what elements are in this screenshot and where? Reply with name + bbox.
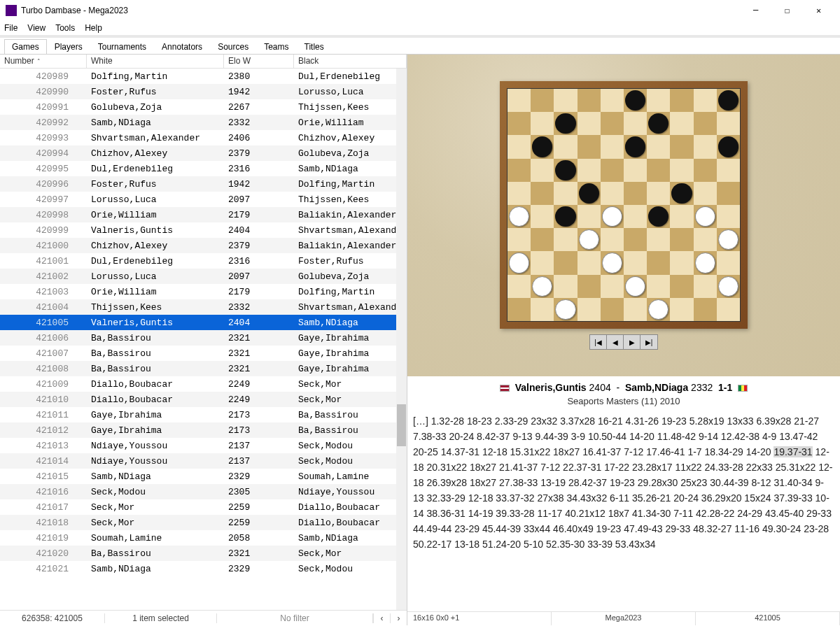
square[interactable] — [531, 135, 554, 158]
table-row[interactable]: 421008Ba,Bassirou2321Gaye,Ibrahima — [0, 361, 407, 376]
move[interactable]: 13x33 — [727, 415, 753, 427]
move[interactable]: 24.33-28 — [705, 462, 743, 473]
black-piece[interactable] — [579, 183, 599, 204]
move[interactable]: 51.24-20 — [482, 539, 521, 550]
square[interactable] — [717, 135, 740, 158]
table-row[interactable]: 421012Gaye,Ibrahima2173Ba,Bassirou — [0, 422, 407, 438]
move[interactable]: 24-29 — [737, 508, 762, 519]
white-piece[interactable] — [695, 206, 715, 227]
table-row[interactable]: 421019Soumah,Lamine2058Samb,NDiaga — [0, 530, 407, 546]
square[interactable] — [578, 251, 601, 274]
square[interactable] — [578, 89, 601, 112]
move[interactable]: 14-20 — [629, 431, 654, 442]
square[interactable] — [554, 275, 577, 298]
move[interactable]: 30.44-39 — [710, 477, 748, 488]
move[interactable]: 29-33 — [806, 508, 832, 519]
black-piece[interactable] — [718, 136, 738, 157]
square[interactable] — [554, 112, 577, 135]
square[interactable] — [507, 251, 531, 274]
square[interactable] — [601, 228, 624, 251]
white-piece[interactable] — [509, 206, 529, 227]
menu-file[interactable]: File — [4, 23, 18, 33]
square[interactable] — [531, 159, 554, 182]
move[interactable]: 1.32-28 — [431, 415, 464, 427]
move[interactable]: 19-23 — [610, 477, 635, 488]
square[interactable] — [670, 251, 693, 274]
move[interactable]: 12.42-38 — [721, 431, 760, 442]
move[interactable]: 16.41-37 — [582, 446, 621, 457]
square[interactable] — [531, 228, 554, 251]
move[interactable]: 27.38-33 — [499, 477, 538, 488]
move[interactable]: 8.42-37 — [477, 431, 510, 442]
menu-view[interactable]: View — [27, 23, 46, 33]
move[interactable]: 43.45-40 — [765, 508, 804, 519]
square[interactable] — [670, 89, 693, 112]
move[interactable]: 2.33-29 — [495, 415, 528, 427]
square[interactable] — [647, 275, 670, 298]
table-row[interactable]: 421002Lorusso,Luca2097Golubeva,Zoja — [0, 269, 407, 284]
move[interactable]: 20-24 — [673, 492, 699, 504]
move[interactable]: 15x24 — [744, 492, 771, 504]
move[interactable]: 13-18 — [454, 539, 479, 550]
white-piece[interactable] — [602, 252, 622, 273]
square[interactable] — [554, 159, 577, 182]
menu-help[interactable]: Help — [85, 23, 102, 33]
table-row[interactable]: 421009Diallo,Boubacar2249Seck,Mor — [0, 376, 407, 392]
tab-teams[interactable]: Teams — [256, 39, 296, 54]
move[interactable]: 25.31x22 — [776, 462, 816, 473]
square[interactable] — [531, 298, 554, 321]
square[interactable] — [554, 89, 577, 112]
square[interactable] — [694, 275, 717, 298]
square[interactable] — [601, 275, 624, 298]
white-piece[interactable] — [602, 206, 622, 227]
move[interactable]: 18-23 — [467, 415, 492, 427]
move[interactable]: 1-7 — [687, 446, 701, 457]
move[interactable]: 34.43x32 — [567, 492, 608, 504]
tab-players[interactable]: Players — [47, 39, 90, 54]
square[interactable] — [717, 182, 740, 205]
square[interactable] — [624, 135, 647, 158]
table-row[interactable]: 420993Shvartsman,Alexander2406Chizhov,Al… — [0, 130, 407, 145]
table-row[interactable]: 420997Lorusso,Luca2097Thijssen,Kees — [0, 192, 407, 207]
square[interactable] — [717, 228, 740, 251]
square[interactable] — [531, 205, 554, 228]
square[interactable] — [507, 159, 531, 182]
square[interactable] — [670, 112, 693, 135]
black-piece[interactable] — [532, 136, 552, 157]
move[interactable]: 26.39x28 — [426, 477, 467, 488]
move[interactable]: 7-11 — [673, 508, 693, 519]
square[interactable] — [578, 298, 601, 321]
move[interactable]: 7-12 — [624, 446, 643, 457]
move[interactable]: 14-20 — [746, 446, 771, 457]
square[interactable] — [531, 182, 554, 205]
move[interactable]: 23.28x17 — [632, 462, 673, 473]
minimize-button[interactable]: ─ — [740, 0, 771, 21]
square[interactable] — [578, 159, 601, 182]
black-piece[interactable] — [718, 90, 738, 111]
table-row[interactable]: 421007Ba,Bassirou2321Gaye,Ibrahima — [0, 346, 407, 361]
square[interactable] — [694, 182, 717, 205]
table-row[interactable]: 420991Golubeva,Zoja2267Thijssen,Kees — [0, 99, 407, 115]
move[interactable]: […] — [413, 415, 428, 427]
square[interactable] — [694, 135, 717, 158]
tab-titles[interactable]: Titles — [297, 39, 332, 54]
move[interactable]: 18.34-29 — [705, 446, 743, 457]
move[interactable]: 20.31x22 — [426, 462, 467, 473]
white-piece[interactable] — [625, 276, 645, 297]
table-row[interactable]: 420998Orie,William2179Baliakin,Alexander — [0, 207, 407, 222]
black-piece[interactable] — [555, 113, 575, 134]
square[interactable] — [554, 182, 577, 205]
move[interactable]: 33x44 — [524, 523, 550, 534]
col-elo[interactable]: Elo W — [224, 55, 294, 68]
white-piece[interactable] — [555, 299, 575, 320]
move[interactable]: 13-19 — [540, 477, 566, 488]
move[interactable]: 23-28 — [804, 523, 829, 534]
move[interactable]: 11-16 — [734, 523, 760, 534]
table-row[interactable]: 421011Gaye,Ibrahima2173Ba,Bassirou — [0, 407, 407, 422]
square[interactable] — [624, 182, 647, 205]
square[interactable] — [554, 251, 577, 274]
move[interactable]: 21-27 — [794, 415, 819, 427]
square[interactable] — [717, 112, 740, 135]
table-row[interactable]: 421010Diallo,Boubacar2249Seck,Mor — [0, 392, 407, 407]
nav-first-button[interactable]: |◀ — [590, 335, 607, 349]
